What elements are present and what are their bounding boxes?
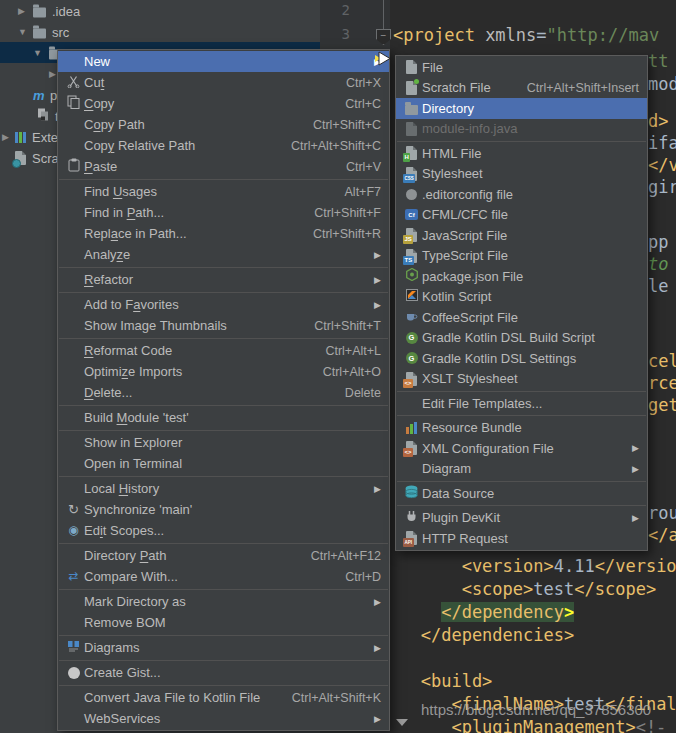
menu-separator xyxy=(59,476,388,477)
menu-item-label: Copy Path xyxy=(84,117,145,132)
new-submenu-item-html-file[interactable]: HHTML File xyxy=(396,143,647,164)
context-menu-item-refactor[interactable]: Refactor▶ xyxy=(58,269,389,290)
new-submenu-item-javascript-file[interactable]: JSJavaScript File xyxy=(396,225,647,246)
new-submenu-item-http-request[interactable]: APIHTTP Request xyxy=(396,528,647,549)
code-line-project-tag: <project xmlns="http://mav xyxy=(393,25,659,45)
menu-item-label: Directory xyxy=(422,101,474,116)
context-menu-item-copy[interactable]: CopyCtrl+C xyxy=(58,93,389,114)
menu-item-label: Cut xyxy=(84,75,104,90)
sync-icon: ↻ xyxy=(63,503,84,516)
context-menu-item-local-history[interactable]: Local History▶ xyxy=(58,478,389,499)
code-fragment: </v xyxy=(648,155,676,175)
mouse-cursor xyxy=(374,50,392,71)
xml-icon: <> xyxy=(401,441,422,455)
folder-icon xyxy=(401,102,422,115)
context-menu-item-synchronize-main[interactable]: ↻Synchronize 'main' xyxy=(58,499,389,520)
new-submenu-item-stylesheet[interactable]: CSSStylesheet xyxy=(396,164,647,185)
menu-item-shortcut: Ctrl+Alt+L xyxy=(325,344,381,358)
html-icon: H xyxy=(401,146,422,160)
context-menu-item-remove-bom[interactable]: Remove BOM xyxy=(58,612,389,633)
new-submenu-item-resource-bundle[interactable]: Resource Bundle xyxy=(396,418,647,439)
context-menu-item-find-in-path[interactable]: Find in Path...Ctrl+Shift+F xyxy=(58,202,389,223)
menu-item-label: Open in Terminal xyxy=(84,456,182,471)
new-submenu-item-cfml-cfc-file[interactable]: CfCFML/CFC file xyxy=(396,205,647,226)
menu-separator xyxy=(59,589,388,590)
context-menu-item-show-in-explorer[interactable]: Show in Explorer xyxy=(58,432,389,453)
new-submenu-item-editorconfig-file[interactable]: .editorconfig file xyxy=(396,184,647,205)
context-menu-item-webservices[interactable]: WebServices▶ xyxy=(58,708,389,729)
menu-item-label: JavaScript File xyxy=(422,228,507,243)
menu-item-shortcut: Ctrl+Shift+R xyxy=(313,227,381,241)
menu-separator xyxy=(59,179,388,180)
context-menu-item-directory-path[interactable]: Directory PathCtrl+Alt+F12 xyxy=(58,545,389,566)
context-menu-item-copy-path[interactable]: Copy PathCtrl+Shift+C xyxy=(58,114,389,135)
code-fragment: rce xyxy=(648,373,676,393)
context-menu-item-analyze[interactable]: Analyze▶ xyxy=(58,244,389,265)
new-submenu-item-diagram[interactable]: Diagram▶ xyxy=(396,459,647,480)
menu-item-label: Remove BOM xyxy=(84,615,166,630)
new-submenu-item-directory[interactable]: Directory xyxy=(396,98,647,119)
menu-item-label: XSLT Stylesheet xyxy=(422,371,518,386)
context-menu-item-new[interactable]: New▶ xyxy=(58,51,389,72)
fold-down-arrow-icon[interactable] xyxy=(396,719,408,726)
menu-item-shortcut: Ctrl+Alt+F12 xyxy=(311,549,381,563)
db-icon xyxy=(401,485,422,502)
tree-item-src[interactable]: ▼src xyxy=(0,21,320,42)
context-menu-item-optimize-imports[interactable]: Optimize ImportsCtrl+Alt+O xyxy=(58,361,389,382)
maven-icon: m xyxy=(33,87,45,102)
new-submenu-item-kotlin-script[interactable]: Kotlin Script xyxy=(396,287,647,308)
expand-arrow-icon[interactable]: ▶ xyxy=(49,69,56,79)
new-submenu-item-typescript-file[interactable]: TSTypeScript File xyxy=(396,246,647,267)
new-submenu-item-gradle-kotlin-dsl-build-script[interactable]: GGradle Kotlin DSL Build Script xyxy=(396,328,647,349)
menu-item-label: Reformat Code xyxy=(84,343,172,358)
context-menu-item-delete[interactable]: Delete...Delete xyxy=(58,382,389,403)
new-submenu-item-file[interactable]: File xyxy=(396,57,647,78)
context-menu-item-diagrams[interactable]: Diagrams▶ xyxy=(58,637,389,658)
new-submenu-item-plugin-devkit[interactable]: Plugin DevKit▶ xyxy=(396,508,647,529)
new-submenu-item-gradle-kotlin-dsl-settings[interactable]: GGradle Kotlin DSL Settings xyxy=(396,348,647,369)
new-submenu-item-xslt-stylesheet[interactable]: <>XSLT Stylesheet xyxy=(396,369,647,390)
context-menu-item-edit-scopes[interactable]: ◉Edit Scopes... xyxy=(58,520,389,541)
new-submenu-item-scratch-file[interactable]: Scratch FileCtrl+Alt+Shift+Insert xyxy=(396,78,647,99)
collapse-arrow-icon[interactable]: ▼ xyxy=(33,48,42,58)
context-menu-item-convert-java-file-to-kotlin-file[interactable]: Convert Java File to Kotlin FileCtrl+Alt… xyxy=(58,687,389,708)
code-fragment: ifa xyxy=(648,133,676,153)
new-submenu-item-xml-configuration-file[interactable]: <>XML Configuration File▶ xyxy=(396,438,647,459)
css-icon: CSS xyxy=(401,167,422,181)
menu-item-label: File xyxy=(422,60,443,75)
context-menu-item-add-to-favorites[interactable]: Add to Favorites▶ xyxy=(58,294,389,315)
tree-item-label: Exte xyxy=(32,129,58,144)
scratches-icon xyxy=(15,151,26,165)
context-menu-item-open-in-terminal[interactable]: Open in Terminal xyxy=(58,453,389,474)
menu-item-label: module-info.java xyxy=(422,121,517,136)
paste-icon xyxy=(63,158,84,175)
code-line: <build> xyxy=(390,671,492,691)
tree-item-idea[interactable]: ▶.idea xyxy=(0,0,320,21)
collapse-arrow-icon[interactable]: ▼ xyxy=(18,27,27,37)
context-menu-item-replace-in-path[interactable]: Replace in Path...Ctrl+Shift+R xyxy=(58,223,389,244)
context-menu-item-mark-directory-as[interactable]: Mark Directory as▶ xyxy=(58,591,389,612)
menu-item-label: Local History xyxy=(84,481,159,496)
context-menu-item-build-module-test[interactable]: Build Module 'test' xyxy=(58,407,389,428)
context-menu-item-find-usages[interactable]: Find UsagesAlt+F7 xyxy=(58,181,389,202)
menu-item-shortcut: Alt+F7 xyxy=(345,185,381,199)
expand-arrow-icon[interactable]: ▶ xyxy=(18,6,25,16)
menu-item-label: Optimize Imports xyxy=(84,364,182,379)
context-menu-item-compare-with[interactable]: ⇄Compare With...Ctrl+D xyxy=(58,566,389,587)
new-submenu-item-coffeescript-file[interactable]: CoffeeScript File xyxy=(396,307,647,328)
menu-item-label: Paste xyxy=(84,159,117,174)
context-menu-item-copy-relative-path[interactable]: Copy Relative PathCtrl+Alt+Shift+C xyxy=(58,135,389,156)
menu-item-label: Replace in Path... xyxy=(84,226,187,241)
new-submenu-item-package-json-file[interactable]: package.json File xyxy=(396,266,647,287)
context-menu-item-show-image-thumbnails[interactable]: Show Image ThumbnailsCtrl+Shift+T xyxy=(58,315,389,336)
cfml-icon: Cf xyxy=(401,209,422,220)
context-menu-item-reformat-code[interactable]: Reformat CodeCtrl+Alt+L xyxy=(58,340,389,361)
expand-arrow-icon[interactable]: ▶ xyxy=(2,132,9,142)
context-menu-item-cut[interactable]: CutCtrl+X xyxy=(58,72,389,93)
context-menu-item-paste[interactable]: PasteCtrl+V xyxy=(58,156,389,177)
submenu-arrow-icon: ▶ xyxy=(374,643,381,653)
new-submenu-item-data-source[interactable]: Data Source xyxy=(396,483,647,504)
new-submenu-item-edit-file-templates[interactable]: Edit File Templates... xyxy=(396,393,647,414)
context-menu-item-create-gist[interactable]: Create Gist... xyxy=(58,662,389,683)
fold-guide-line xyxy=(383,0,384,29)
